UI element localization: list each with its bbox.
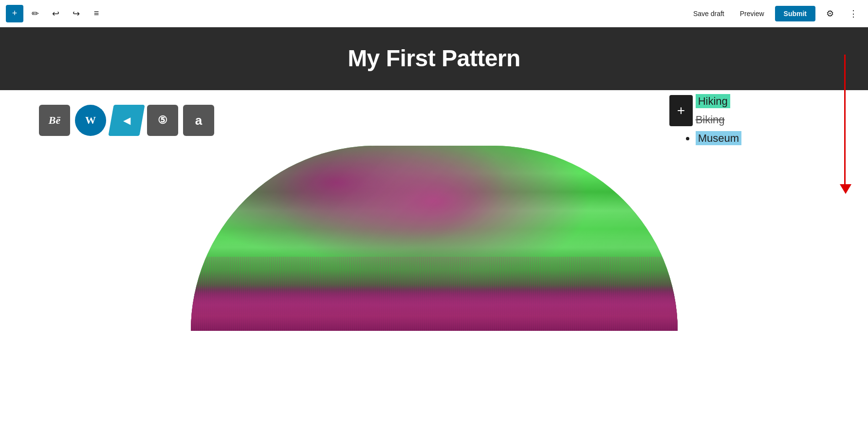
wordpress-icon[interactable]: W (75, 105, 106, 136)
settings-button[interactable]: ⚙ (821, 5, 839, 22)
arch-image-container (29, 146, 839, 331)
more-options-icon: ⋮ (849, 8, 858, 19)
save-draft-button[interactable]: Save draft (688, 7, 729, 20)
toolbar: + ✏ ↩ ↪ ≡ Save draft Preview Submit ⚙ ⋮ (0, 0, 868, 27)
biking-label: Biking (696, 114, 725, 126)
arch-image (191, 146, 678, 331)
amazon-icon[interactable]: a (183, 105, 214, 136)
hamburger-button[interactable]: ≡ (88, 5, 105, 22)
fivehundredpx-icon[interactable]: ⑤ (147, 105, 178, 136)
list-item: Biking (696, 114, 741, 126)
page-title: My First Pattern (0, 45, 868, 72)
behance-icon[interactable]: Bē (39, 105, 70, 136)
list-item: Hiking (696, 95, 741, 108)
toolbar-left: + ✏ ↩ ↪ ≡ (6, 5, 688, 22)
bandcamp-icon[interactable]: ◀ (108, 105, 145, 136)
toolbar-right: Save draft Preview Submit ⚙ ⋮ (688, 5, 862, 22)
submit-button[interactable]: Submit (775, 6, 815, 21)
hamburger-icon: ≡ (94, 8, 99, 19)
editor-area: My First Pattern Bē W ◀ ⑤ a (0, 27, 868, 421)
pencil-button[interactable]: ✏ (26, 5, 44, 22)
list-item: Museum (696, 132, 741, 145)
more-options-button[interactable]: ⋮ (845, 5, 862, 22)
undo-icon: ↩ (52, 8, 59, 19)
undo-button[interactable]: ↩ (47, 5, 64, 22)
add-block-toolbar-button[interactable]: + (6, 5, 23, 22)
add-block-plus-icon: + (677, 103, 685, 118)
pattern-header: My First Pattern (0, 27, 868, 90)
plus-icon: + (12, 8, 18, 19)
redo-icon: ↪ (73, 8, 80, 19)
redo-button[interactable]: ↪ (67, 5, 85, 22)
activity-list: Hiking Biking Museum (686, 95, 741, 151)
hiking-label: Hiking (696, 94, 730, 108)
preview-button[interactable]: Preview (735, 7, 769, 20)
content-area: Bē W ◀ ⑤ a + Hiking (0, 90, 868, 345)
pencil-icon: ✏ (32, 8, 39, 19)
gear-icon: ⚙ (826, 8, 834, 19)
museum-label: Museum (696, 131, 741, 145)
